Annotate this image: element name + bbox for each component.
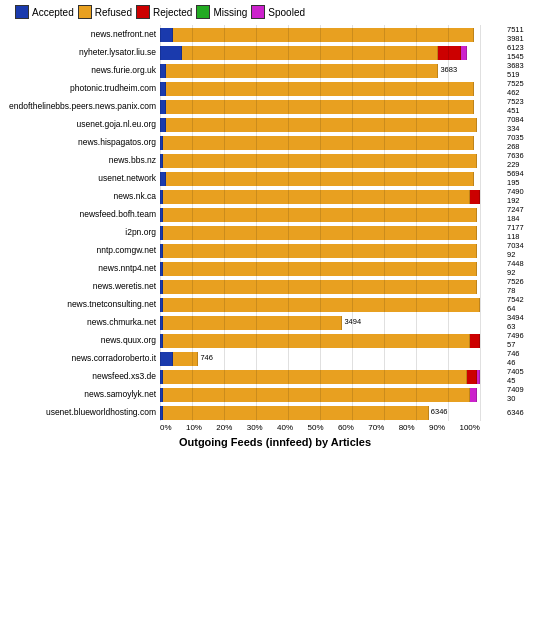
- row-label: news.corradoroberto.it: [5, 353, 160, 363]
- bar: [160, 334, 480, 348]
- bar: [160, 190, 480, 204]
- legend-color: [78, 5, 92, 19]
- bar-value-bottom: 118: [507, 232, 545, 241]
- bar-value-top: 7034: [507, 241, 545, 250]
- bar-segment: [166, 118, 476, 132]
- bar: [160, 208, 477, 222]
- row-label: news.samoylyk.net: [5, 389, 160, 399]
- legend-label: Rejected: [153, 7, 192, 18]
- table-row: news.bbs.nz7636229: [5, 151, 545, 169]
- bar-values: 7035268: [507, 133, 545, 151]
- bar-value-top: 7035: [507, 133, 545, 142]
- bar: [160, 64, 438, 78]
- legend-label: Spooled: [268, 7, 305, 18]
- x-tick: 10%: [186, 423, 202, 432]
- bar-segment: [438, 46, 460, 60]
- legend-color: [196, 5, 210, 19]
- bar-values: 5694195: [507, 169, 545, 187]
- row-label: news.quux.org: [5, 335, 160, 345]
- legend-item: Refused: [78, 5, 132, 19]
- table-row: news.chmurka.net3494349463: [5, 313, 545, 331]
- table-row: nyheter.lysator.liu.se61231545: [5, 43, 545, 61]
- bar-value-top: 7496: [507, 331, 545, 340]
- bar: [160, 352, 198, 366]
- row-label: news.netfront.net: [5, 29, 160, 39]
- row-label: news.chmurka.net: [5, 317, 160, 327]
- row-label: usenet.blueworldhosting.com: [5, 407, 160, 417]
- table-row: news.furie.org.uk36833683519: [5, 61, 545, 79]
- bar-value-bottom: 195: [507, 178, 545, 187]
- table-row: news.hispagatos.org7035268: [5, 133, 545, 151]
- bar-value-bottom: 78: [507, 286, 545, 295]
- row-label: usenet.goja.nl.eu.org: [5, 119, 160, 129]
- bar-segment: [461, 46, 467, 60]
- bar-value-top: 7177: [507, 223, 545, 232]
- bar-value-top: 7084: [507, 115, 545, 124]
- bar-value-bottom: 519: [507, 70, 545, 79]
- x-tick: 50%: [308, 423, 324, 432]
- bar: [160, 262, 477, 276]
- x-tick: 60%: [338, 423, 354, 432]
- bar-value-top: 3683: [507, 61, 545, 70]
- bar: [160, 172, 474, 186]
- bar: [160, 46, 467, 60]
- inline-label: 3683: [440, 65, 457, 74]
- bar-segment: [163, 388, 470, 402]
- bar-value-bottom: 63: [507, 322, 545, 331]
- bar: [160, 388, 477, 402]
- bar-segment: [163, 208, 477, 222]
- row-label: news.tnetconsulting.net: [5, 299, 160, 309]
- legend-label: Missing: [213, 7, 247, 18]
- bar-values: 75113981: [507, 25, 545, 43]
- bar-value-bottom: 92: [507, 250, 545, 259]
- bar-values: 749657: [507, 331, 545, 349]
- bar-value-top: 7490: [507, 187, 545, 196]
- bar-segment: [470, 190, 480, 204]
- bar-segment: [173, 28, 474, 42]
- legend-color: [251, 5, 265, 19]
- row-label: news.weretis.net: [5, 281, 160, 291]
- bar-segment: [160, 28, 173, 42]
- inline-label: 746: [200, 353, 213, 362]
- bar-value-top: 7409: [507, 385, 545, 394]
- bar-value-bottom: 92: [507, 268, 545, 277]
- x-tick: 100%: [459, 423, 479, 432]
- bar-segment: [467, 370, 477, 384]
- bar-segment: [160, 352, 173, 366]
- row-label: news.furie.org.uk: [5, 65, 160, 75]
- bar-segment: [166, 82, 473, 96]
- bar-segment: [163, 298, 480, 312]
- bar-value-top: 7405: [507, 367, 545, 376]
- row-label: newsfeed.bofh.team: [5, 209, 160, 219]
- row-label: i2pn.org: [5, 227, 160, 237]
- bar-values: 3683519: [507, 61, 545, 79]
- bar-segment: [163, 262, 477, 276]
- bar-values: 6346: [507, 408, 545, 417]
- table-row: nntp.comgw.net703492: [5, 241, 545, 259]
- table-row: endofthelinebbs.peers.news.panix.com7523…: [5, 97, 545, 115]
- bar-values: 752678: [507, 277, 545, 295]
- bar: [160, 226, 477, 240]
- legend-item: Spooled: [251, 5, 305, 19]
- bar-value-top: 6123: [507, 43, 545, 52]
- row-label: nntp.comgw.net: [5, 245, 160, 255]
- bar-values: 7084334: [507, 115, 545, 133]
- bar-value-top: 7526: [507, 277, 545, 286]
- bar-values: 7523451: [507, 97, 545, 115]
- bar-segment: [163, 244, 477, 258]
- bar-segment: [163, 370, 467, 384]
- bar-segment: [163, 136, 473, 150]
- bar: [160, 298, 480, 312]
- row-label: news.nk.ca: [5, 191, 160, 201]
- row-label: photonic.trudheim.com: [5, 83, 160, 93]
- row-label: nyheter.lysator.liu.se: [5, 47, 160, 57]
- bar-value-top: 6346: [507, 408, 545, 417]
- bar-segment: [160, 46, 182, 60]
- bar-value-bottom: 64: [507, 304, 545, 313]
- bar-segment: [163, 280, 477, 294]
- table-row: i2pn.org7177118: [5, 223, 545, 241]
- bar-value-bottom: 3981: [507, 34, 545, 43]
- row-label: news.nntp4.net: [5, 263, 160, 273]
- bar-segment: [163, 190, 470, 204]
- bar-value-bottom: 30: [507, 394, 545, 403]
